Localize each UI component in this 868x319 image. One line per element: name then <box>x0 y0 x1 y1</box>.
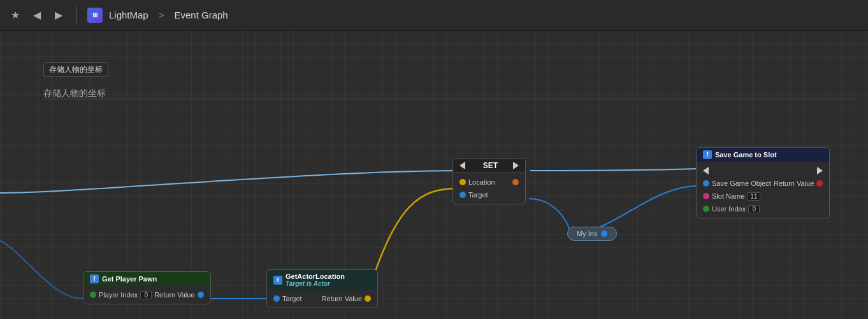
toolbar-divider <box>76 6 77 24</box>
pin-target-in[interactable] <box>273 295 280 302</box>
star-icon[interactable]: ★ <box>8 8 23 23</box>
pin-player-index[interactable] <box>90 292 96 298</box>
node-get-actor-location[interactable]: f GetActorLocation Target is Actor Targe… <box>266 269 378 308</box>
breadcrumb-root[interactable]: LightMap <box>109 10 148 20</box>
exec-out-set[interactable] <box>513 162 519 169</box>
toolbar: ★ ◀ ▶ ⊞ LightMap > Event Graph <box>0 0 868 31</box>
my-instance-button[interactable]: My Ins <box>567 227 617 241</box>
func-icon-getactor: f <box>273 276 282 285</box>
node-header-set: SET <box>453 159 525 173</box>
pin-location-in[interactable] <box>459 179 466 185</box>
blueprint-icon: ⊞ <box>87 8 103 23</box>
back-button[interactable]: ◀ <box>29 8 45 23</box>
pin-player-index-value[interactable]: 0 <box>140 291 152 299</box>
pin-slot-name[interactable] <box>703 193 709 199</box>
func-icon: f <box>90 274 99 283</box>
pin-target-set[interactable] <box>459 192 466 198</box>
node-get-player-pawn[interactable]: f Get Player Pawn Player Index 0 Return … <box>83 271 211 304</box>
comment-label: 存储人物的坐标 <box>43 88 106 99</box>
pin-return-save[interactable] <box>816 180 823 187</box>
pin-return-yellow[interactable] <box>365 295 371 302</box>
node-header-save-game: f Save Game to Slot <box>697 148 829 162</box>
pin-save-game-obj[interactable] <box>703 180 709 187</box>
node-set[interactable]: SET Location Target <box>452 158 526 204</box>
exec-in-set[interactable] <box>459 162 465 169</box>
node-header-get-actor-location: f GetActorLocation Target is Actor <box>267 270 377 290</box>
node-save-game-to-slot[interactable]: f Save Game to Slot Save Game Object <box>696 147 830 218</box>
pin-slot-name-value[interactable]: 11 <box>747 192 760 201</box>
forward-button[interactable]: ▶ <box>51 8 66 23</box>
pin-user-index[interactable] <box>703 206 709 212</box>
comment-underline <box>43 99 855 99</box>
pin-user-index-value[interactable]: 0 <box>748 205 760 213</box>
breadcrumb-current[interactable]: Event Graph <box>174 10 228 20</box>
breadcrumb-sep: > <box>159 10 164 20</box>
pin-location-out[interactable] <box>512 179 519 185</box>
func-icon-save: f <box>703 150 712 159</box>
exec-out-save[interactable] <box>817 167 823 174</box>
comment-tag: 存储人物的坐标 <box>43 62 108 77</box>
exec-in-save[interactable] <box>703 167 709 174</box>
node-header-get-player-pawn: f Get Player Pawn <box>83 272 210 286</box>
pin-return-value[interactable] <box>198 292 204 298</box>
pin-myins[interactable] <box>601 230 607 237</box>
canvas-area[interactable]: 存储人物的坐标 存储人物的坐标 f Get Player Pawn Player… <box>0 31 868 319</box>
